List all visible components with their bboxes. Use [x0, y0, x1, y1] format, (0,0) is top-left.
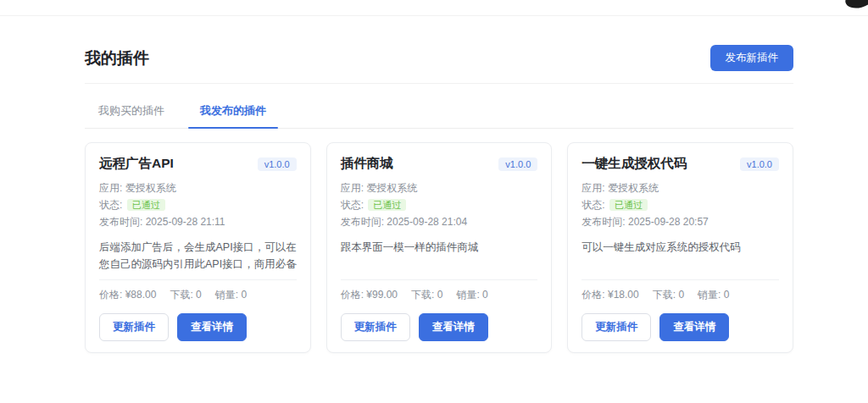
- plugin-card: 插件商城 v1.0.0 应用: 爱授权系统 状态: 已通过 发布时间: 2025…: [326, 142, 553, 353]
- card-divider: [99, 279, 297, 280]
- stats-row: 价格: ¥99.00 下载: 0 销量: 0: [341, 288, 538, 302]
- downloads-stat: 下载: 0: [411, 288, 442, 302]
- plugin-title: 一键生成授权代码: [581, 155, 687, 173]
- publish-time-value: 2025-09-28 21:11: [146, 216, 225, 228]
- status-line: 状态: 已通过: [99, 197, 297, 213]
- price-stat: 价格: ¥18.00: [581, 288, 638, 302]
- top-strip: [0, 0, 868, 16]
- plugin-description: 后端添加广告后，会生成API接口，可以在您自己的源码内引用此API接口，商用必备: [99, 239, 297, 274]
- publish-time-label: 发布时间:: [341, 216, 384, 228]
- app-value: 爱授权系统: [125, 182, 176, 194]
- plugin-description: 跟本界面一模一样的插件商城: [341, 239, 538, 274]
- price-stat: 价格: ¥88.00: [99, 288, 156, 302]
- app-label: 应用:: [341, 182, 364, 194]
- main-content: 我的插件 发布新插件 我购买的插件 我发布的插件 远程广告API v1.0.0 …: [85, 16, 793, 353]
- update-plugin-button[interactable]: 更新插件: [341, 313, 410, 341]
- downloads-stat: 下载: 0: [170, 288, 201, 302]
- version-badge: v1.0.0: [258, 157, 297, 171]
- status-badge: 已通过: [609, 199, 648, 211]
- update-plugin-button[interactable]: 更新插件: [581, 313, 651, 341]
- publish-time-label: 发布时间:: [99, 216, 142, 228]
- stats-row: 价格: ¥88.00 下载: 0 销量: 0: [99, 288, 297, 302]
- app-line: 应用: 爱授权系统: [341, 180, 538, 196]
- view-details-button[interactable]: 查看详情: [419, 313, 488, 341]
- app-label: 应用:: [99, 182, 122, 194]
- publish-time-line: 发布时间: 2025-09-28 21:11: [99, 214, 297, 230]
- page-header: 我的插件 发布新插件: [85, 16, 793, 84]
- tab-purchased-plugins[interactable]: 我购买的插件: [86, 96, 176, 128]
- sales-stat: 销量: 0: [698, 288, 729, 302]
- version-badge: v1.0.0: [740, 157, 779, 171]
- plugin-title: 远程广告API: [99, 155, 174, 173]
- status-label: 状态:: [99, 199, 122, 211]
- stats-row: 价格: ¥18.00 下载: 0 销量: 0: [581, 288, 779, 302]
- status-label: 状态:: [581, 199, 604, 211]
- publish-time-line: 发布时间: 2025-09-28 20:57: [581, 214, 779, 230]
- card-divider: [341, 279, 538, 280]
- status-line: 状态: 已通过: [341, 197, 538, 213]
- sales-stat: 销量: 0: [215, 288, 247, 302]
- status-badge: 已通过: [368, 199, 406, 211]
- app-line: 应用: 爱授权系统: [581, 180, 779, 196]
- publish-new-plugin-button[interactable]: 发布新插件: [710, 45, 794, 71]
- status-badge: 已通过: [127, 199, 165, 211]
- corner-avatar-fragment: [843, 0, 868, 11]
- sales-stat: 销量: 0: [456, 288, 487, 302]
- tab-bar: 我购买的插件 我发布的插件: [85, 96, 793, 129]
- app-value: 爱授权系统: [366, 182, 417, 194]
- publish-time-label: 发布时间:: [581, 216, 625, 228]
- app-value: 爱授权系统: [608, 182, 659, 194]
- version-badge: v1.0.0: [498, 157, 537, 171]
- status-line: 状态: 已通过: [581, 197, 779, 213]
- price-stat: 价格: ¥99.00: [341, 288, 398, 302]
- tab-published-plugins[interactable]: 我发布的插件: [188, 96, 278, 128]
- plugin-card: 远程广告API v1.0.0 应用: 爱授权系统 状态: 已通过 发布时间: 2…: [85, 142, 311, 353]
- app-label: 应用:: [581, 182, 604, 194]
- plugin-description: 可以一键生成对应系统的授权代码: [581, 239, 779, 274]
- view-details-button[interactable]: 查看详情: [659, 313, 729, 341]
- update-plugin-button[interactable]: 更新插件: [99, 313, 169, 341]
- plugin-card-grid: 远程广告API v1.0.0 应用: 爱授权系统 状态: 已通过 发布时间: 2…: [85, 142, 793, 353]
- view-details-button[interactable]: 查看详情: [177, 313, 247, 341]
- publish-time-line: 发布时间: 2025-09-28 21:04: [341, 214, 538, 230]
- publish-time-value: 2025-09-28 20:57: [628, 216, 709, 228]
- plugin-title: 插件商城: [341, 155, 393, 173]
- publish-time-value: 2025-09-28 21:04: [387, 216, 467, 228]
- status-label: 状态:: [341, 199, 364, 211]
- page-title: 我的插件: [85, 47, 149, 69]
- downloads-stat: 下载: 0: [653, 288, 684, 302]
- card-divider: [581, 279, 779, 280]
- plugin-card: 一键生成授权代码 v1.0.0 应用: 爱授权系统 状态: 已通过 发布时间: …: [567, 142, 793, 353]
- app-line: 应用: 爱授权系统: [99, 180, 297, 196]
